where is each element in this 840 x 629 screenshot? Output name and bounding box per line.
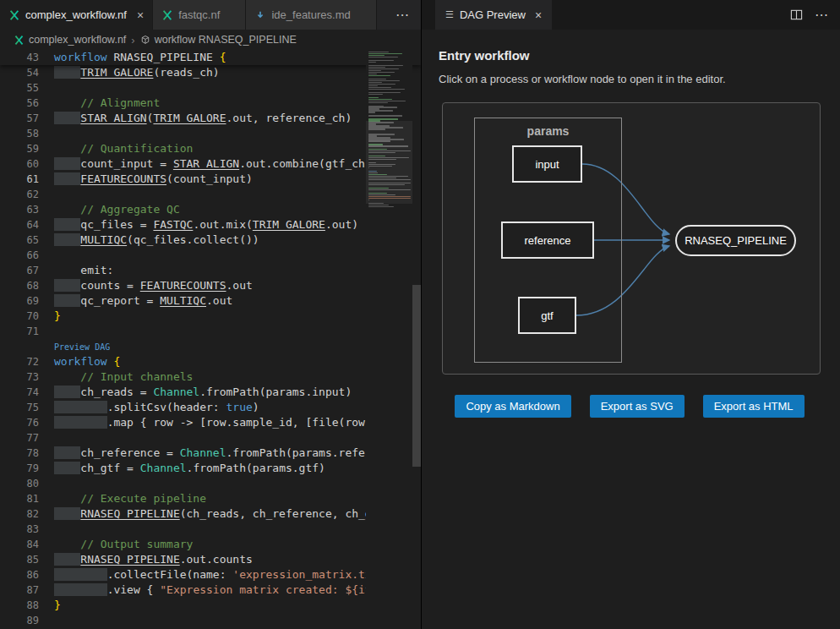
line-number: 66 (0, 248, 39, 263)
breadcrumb-symbol[interactable]: workflow RNASEQ_PIPELINE (155, 34, 297, 46)
line-number: 87 (0, 583, 39, 598)
tab-label: fastqc.nf (178, 8, 220, 21)
panel-description: Click on a process or workflow node to o… (439, 73, 823, 85)
split-editor-icon[interactable] (790, 8, 803, 21)
code-line[interactable]: 66 (0, 248, 421, 263)
tab-complex-workflow[interactable]: complex_workflow.nf × (0, 0, 153, 30)
dag-export-buttons: Copy as Markdown Export as SVG Export as… (439, 395, 821, 418)
dag-node-reference[interactable]: reference (501, 222, 594, 259)
code-line[interactable]: 81 // Execute pipeline (0, 491, 421, 506)
minimap[interactable] (366, 50, 412, 629)
export-as-html-button[interactable]: Export as HTML (703, 395, 805, 418)
line-number: 84 (0, 537, 39, 552)
line-number: 83 (0, 522, 39, 537)
code-line[interactable]: 72workflow { (0, 354, 421, 369)
line-number: 82 (0, 506, 39, 522)
code-line[interactable]: 75 .splitCsv(header: true) (0, 400, 421, 415)
code-line[interactable]: 57 STAR_ALIGN(TRIM_GALORE.out, reference… (0, 111, 421, 126)
line-number: 54 (0, 65, 39, 80)
minimap-bar (368, 82, 382, 83)
minimap-bar (368, 80, 400, 81)
editor-actions-overflow[interactable]: ⋯ (384, 0, 421, 30)
tab-dag-preview[interactable]: ☰ DAG Preview × (435, 0, 552, 30)
code-line[interactable]: 86 .collectFile(name: 'expression_matrix… (0, 567, 421, 583)
more-actions-icon[interactable]: ⋯ (815, 7, 828, 23)
tab-ide-features[interactable]: ide_features.md × (246, 0, 376, 30)
code-line[interactable]: 58 (0, 126, 421, 141)
dag-node-gtf[interactable]: gtf (518, 297, 576, 334)
dag-node-input[interactable]: input (512, 145, 582, 183)
copy-as-markdown-button[interactable]: Copy as Markdown (455, 395, 570, 418)
code-line[interactable]: 80 (0, 476, 421, 491)
code-line[interactable]: 71 (0, 324, 421, 339)
code-line[interactable]: 69 qc_report = MULTIQC.out (0, 293, 421, 309)
code-line[interactable]: 54 TRIM_GALORE(reads_ch) (0, 65, 421, 80)
line-number: 73 (0, 369, 39, 385)
code-line[interactable]: 64 qc_files = FASTQC.out.mix(TRIM_GALORE… (0, 217, 421, 232)
line-number: 59 (0, 141, 39, 156)
code-line[interactable]: 68 counts = FEATURECOUNTS.out (0, 278, 421, 293)
dag-node-rnaseq-pipeline[interactable]: RNASEQ_PIPELINE (675, 225, 796, 256)
code-line[interactable]: 70} (0, 309, 421, 324)
export-as-svg-button[interactable]: Export as SVG (590, 395, 685, 418)
editor-scrollbar[interactable] (412, 50, 421, 629)
dag-diagram: params input reference gtf RNASEQ_PIPELI… (442, 102, 821, 375)
code-line[interactable]: 59 // Quantification (0, 141, 421, 156)
code-line[interactable]: 43workflow RNASEQ_PIPELINE { (0, 50, 421, 65)
line-number: 56 (0, 96, 39, 111)
line-number: 69 (0, 293, 39, 309)
line-number (0, 339, 39, 354)
code-line[interactable]: 62 (0, 187, 421, 202)
code-line[interactable]: 73 // Input channels (0, 369, 421, 385)
minimap-bar (368, 85, 378, 86)
minimap-bar (368, 206, 394, 207)
minimap-bar (368, 62, 376, 63)
line-number: 85 (0, 552, 39, 567)
code-line[interactable]: 82 RNASEQ_PIPELINE(ch_reads, ch_referenc… (0, 506, 421, 522)
line-number: 77 (0, 430, 39, 446)
line-number: 75 (0, 400, 39, 415)
tab-close-icon[interactable]: × (535, 8, 542, 22)
code-editor[interactable]: 43workflow RNASEQ_PIPELINE { 54 TRIM_GAL… (0, 50, 421, 629)
scrollbar-thumb[interactable] (412, 285, 421, 467)
code-line[interactable]: 88} (0, 598, 421, 613)
code-line[interactable]: 55 (0, 80, 421, 96)
code-line[interactable]: 74 ch_reads = Channel.fromPath(params.in… (0, 385, 421, 400)
minimap-bar (368, 97, 379, 98)
line-number: 43 (0, 50, 39, 65)
codelens-preview-dag[interactable]: Preview DAG (54, 342, 110, 352)
tab-close-icon[interactable]: × (137, 9, 144, 21)
code-line[interactable]: 56 // Alignment (0, 96, 421, 111)
code-line[interactable]: 79 ch_gtf = Channel.fromPath(params.gtf) (0, 461, 421, 476)
tab-fastqc[interactable]: fastqc.nf × (153, 0, 246, 30)
line-number: 88 (0, 598, 39, 613)
code-line[interactable]: 89 (0, 613, 421, 628)
minimap-slider[interactable] (366, 121, 412, 204)
code-line[interactable]: 67 emit: (0, 263, 421, 278)
code-line[interactable]: 60 count_input = STAR_ALIGN.out.combine(… (0, 156, 421, 172)
line-number: 80 (0, 476, 39, 491)
code-line[interactable]: 83 (0, 522, 421, 537)
code-line[interactable]: 63 // Aggregate QC (0, 202, 421, 217)
code-line[interactable]: 77 (0, 430, 421, 446)
code-line[interactable]: 78 ch_reference = Channel.fromPath(param… (0, 446, 421, 461)
minimap-bar (368, 99, 392, 100)
code-line[interactable]: 84 // Output summary (0, 537, 421, 552)
dag-panel-body: Entry workflow Click on a process or wor… (422, 30, 840, 418)
minimap-bar (368, 74, 377, 74)
breadcrumb-separator-icon: › (130, 34, 135, 46)
code-line[interactable]: 76 .map { row -> [row.sample_id, [file(r… (0, 415, 421, 430)
code-line[interactable]: 87 .view { "Expression matrix created: $… (0, 583, 421, 598)
line-number: 72 (0, 354, 39, 369)
line-number: 65 (0, 232, 39, 248)
markdown-icon (254, 9, 266, 21)
code-line[interactable]: 61 FEATURECOUNTS(count_input) (0, 172, 421, 187)
sticky-scroll-line[interactable]: 43workflow RNASEQ_PIPELINE { (0, 50, 421, 65)
code-line[interactable]: 85 RNASEQ_PIPELINE.out.counts (0, 552, 421, 567)
codelens-row[interactable]: Preview DAG (0, 339, 421, 354)
editor-tabstrip: complex_workflow.nf × fastqc.nf × ide_fe… (0, 0, 421, 30)
tab-label: complex_workflow.nf (25, 8, 127, 21)
minimap-bar (368, 89, 405, 90)
breadcrumb-file[interactable]: complex_workflow.nf (29, 34, 126, 46)
code-line[interactable]: 65 MULTIQC(qc_files.collect()) (0, 232, 421, 248)
